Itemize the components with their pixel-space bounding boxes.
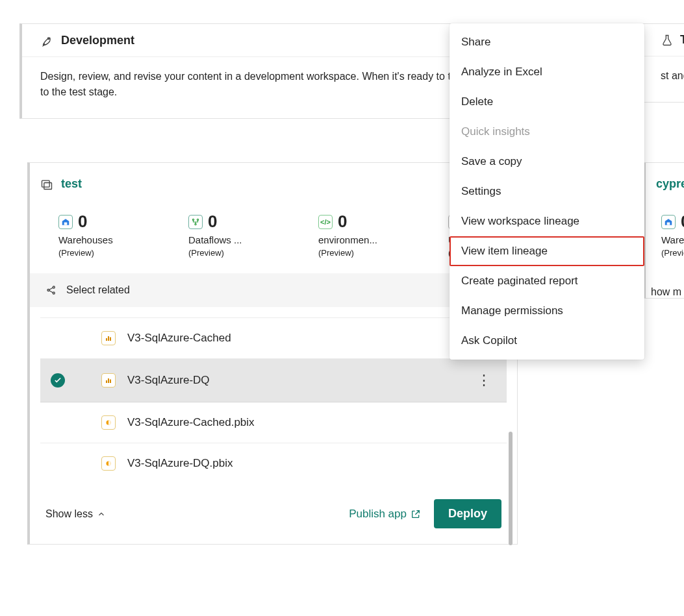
metrics-row: 0 Wareh (Previe [646, 196, 684, 273]
share-nodes-icon [45, 284, 57, 296]
svg-point-4 [192, 219, 194, 220]
item-name: V3-SqlAzure-Cached [127, 332, 231, 345]
metric-value: 0 [338, 212, 347, 232]
chevron-up-icon [97, 510, 106, 519]
svg-rect-14 [108, 378, 109, 383]
menu-item-settings[interactable]: Settings [450, 177, 644, 206]
list-item[interactable]: V3-SqlAzure-Cached.pbix [40, 402, 507, 443]
menu-item-view-workspace-lineage[interactable]: View workspace lineage [450, 206, 644, 236]
select-related-bar: Select related ✕ 1 s [30, 273, 517, 307]
metric-preview: (Previe [661, 248, 684, 258]
menu-item-view-item-lineage[interactable]: View item lineage [450, 236, 644, 266]
svg-point-8 [53, 286, 55, 288]
list-item[interactable]: V3-SqlAzure-DQ.pbix [40, 443, 507, 484]
deploy-button[interactable]: Deploy [434, 499, 501, 528]
report-icon [101, 331, 116, 345]
metric-label: Dataflows ... [188, 234, 279, 245]
development-stage-title: Development [61, 34, 134, 47]
show-more-toggle[interactable]: how m [646, 273, 684, 298]
metric-label: environmen... [318, 234, 409, 245]
test-stage-header: Test [642, 24, 684, 56]
svg-point-9 [53, 292, 55, 294]
menu-item-delete[interactable]: Delete [450, 87, 644, 117]
metric-value: 0 [78, 212, 87, 232]
warehouse-icon [661, 215, 676, 229]
rocket-icon [40, 33, 55, 47]
metric-environments: </> 0 environmen... (Preview) [318, 212, 409, 258]
menu-item-ask-copilot[interactable]: Ask Copilot [450, 326, 644, 356]
svg-rect-11 [108, 336, 109, 341]
publish-app-label: Publish app [349, 508, 407, 521]
svg-rect-12 [110, 338, 111, 341]
workspace-name[interactable]: cypres [656, 177, 684, 191]
workspace-name[interactable]: test [61, 177, 82, 191]
svg-rect-13 [106, 380, 107, 383]
items-list: V3-SqlAzure-Cached V3-SqlAzure-DQ ⋮ V3-S… [30, 307, 517, 484]
workspace-header: test [30, 163, 517, 196]
test-stage-title: Test [680, 33, 684, 47]
svg-point-6 [195, 223, 196, 225]
select-related-label[interactable]: Select related [66, 284, 130, 296]
warehouse-icon [58, 215, 73, 229]
workspace-icon [40, 178, 53, 191]
metric-value: 0 [681, 212, 684, 232]
workspace-header: cypres [646, 163, 684, 196]
checkmark-icon[interactable] [51, 373, 65, 388]
context-menu: Share Analyze in Excel Delete Quick insi… [450, 23, 644, 360]
metric-label: Wareh [661, 234, 684, 245]
metric-value: 0 [208, 212, 217, 232]
svg-point-5 [197, 219, 198, 220]
metric-warehouses: 0 Warehouses (Preview) [58, 212, 149, 258]
svg-rect-15 [110, 380, 111, 384]
menu-item-manage-permissions[interactable]: Manage permissions [450, 296, 644, 326]
svg-rect-10 [106, 338, 107, 341]
environment-icon: </> [318, 215, 333, 229]
menu-item-create-paginated-report[interactable]: Create paginated report [450, 266, 644, 296]
svg-rect-2 [44, 182, 52, 189]
svg-rect-18 [667, 222, 670, 225]
metric-preview: (Preview) [58, 248, 149, 258]
show-less-toggle[interactable]: Show less [45, 508, 106, 520]
metric-preview: (Preview) [318, 248, 409, 258]
svg-point-7 [47, 290, 49, 291]
workspace-card-cypress: cypres 0 Wareh (Previe how m [643, 162, 684, 299]
workspace-card-test: test 0 Warehouses (Preview) 0 Dataflows … [27, 162, 518, 545]
svg-rect-3 [64, 222, 68, 225]
list-item[interactable]: V3-SqlAzure-DQ ⋮ [40, 359, 507, 402]
menu-item-save-copy[interactable]: Save a copy [450, 147, 644, 177]
metric-label: Warehouses [58, 234, 149, 245]
scrollbar[interactable] [509, 432, 513, 545]
publish-app-link[interactable]: Publish app [349, 508, 421, 521]
menu-item-share[interactable]: Share [450, 27, 644, 57]
metric-dataflows: 0 Dataflows ... (Preview) [188, 212, 279, 258]
show-less-label: Show less [45, 508, 93, 520]
svg-rect-1 [42, 180, 50, 187]
menu-item-analyze-excel[interactable]: Analyze in Excel [450, 57, 644, 87]
pbix-icon [101, 456, 116, 471]
item-name: V3-SqlAzure-Cached.pbix [127, 416, 255, 429]
list-item[interactable]: V3-SqlAzure-Cached [40, 318, 507, 359]
test-stage-description: st and verify deploy the [642, 56, 684, 102]
item-name: V3-SqlAzure-DQ [127, 374, 210, 387]
metric-warehouses: 0 Wareh (Previe [661, 212, 684, 258]
workspace-footer: Show less Publish app Deploy [30, 484, 517, 544]
menu-item-quick-insights: Quick insights [450, 117, 644, 147]
list-item[interactable] [40, 307, 507, 318]
more-options-button[interactable]: ⋮ [472, 372, 496, 389]
dataflow-icon [188, 215, 203, 229]
metrics-row: 0 Warehouses (Preview) 0 Dataflows ... (… [30, 196, 517, 273]
item-name: V3-SqlAzure-DQ.pbix [127, 457, 233, 470]
flask-icon [661, 34, 674, 47]
report-icon [101, 373, 116, 388]
external-link-icon [411, 509, 421, 519]
metric-preview: (Preview) [188, 248, 279, 258]
test-stage-card: Test st and verify deploy the [640, 23, 684, 103]
pbix-icon [101, 415, 116, 430]
